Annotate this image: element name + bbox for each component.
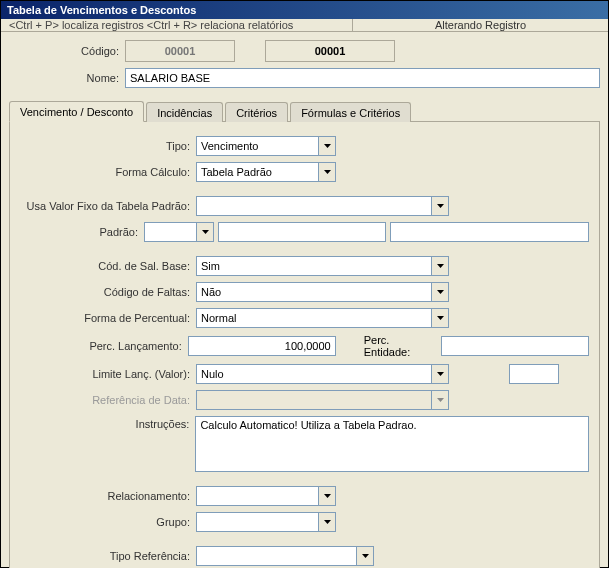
codigo-faltas-label: Código de Faltas:: [20, 286, 196, 298]
perc-lancamento-input[interactable]: [188, 336, 336, 356]
cod-sal-base-combo[interactable]: [196, 256, 449, 276]
perc-lancamento-label: Perc. Lançamento:: [20, 340, 188, 352]
usa-valor-fixo-combo[interactable]: [196, 196, 449, 216]
title-bar: Tabela de Vencimentos e Descontos: [1, 1, 608, 19]
codigo-row: Código: 00001 00001: [9, 40, 600, 62]
chevron-down-icon: [431, 391, 448, 409]
padrao-desc1-input[interactable]: [218, 222, 386, 242]
relacionamento-combo[interactable]: [196, 486, 336, 506]
padrao-label: Padrão:: [20, 226, 144, 238]
forma-percentual-label: Forma de Percentual:: [20, 312, 196, 324]
chevron-down-icon[interactable]: [431, 257, 448, 275]
body: Código: 00001 00001 Nome: Vencimento / D…: [1, 32, 608, 568]
tipo-ref-input[interactable]: [197, 547, 356, 565]
grupo-combo[interactable]: [196, 512, 336, 532]
instrucoes-label: Instruções:: [20, 416, 195, 472]
tab-criterios[interactable]: Critérios: [225, 102, 288, 122]
chevron-down-icon[interactable]: [431, 309, 448, 327]
perc-entidade-input[interactable]: [441, 336, 589, 356]
relacionamento-input[interactable]: [197, 487, 318, 505]
cod-sal-base-input[interactable]: [197, 257, 431, 275]
codigo-faltas-combo[interactable]: [196, 282, 449, 302]
chevron-down-icon[interactable]: [431, 365, 448, 383]
tipo-label: Tipo:: [20, 140, 196, 152]
tab-formulas-criterios[interactable]: Fórmulas e Critérios: [290, 102, 411, 122]
perc-entidade-label: Perc. Entidade:: [364, 334, 436, 358]
forma-percentual-input[interactable]: [197, 309, 431, 327]
nome-input[interactable]: [125, 68, 600, 88]
ref-data-input: [197, 391, 431, 409]
tipo-combo[interactable]: [196, 136, 336, 156]
hint-bar: <Ctrl + P> localiza registros <Ctrl + R>…: [1, 19, 608, 32]
chevron-down-icon[interactable]: [318, 487, 335, 505]
ref-data-combo: [196, 390, 449, 410]
codigo-label: Código:: [9, 45, 125, 57]
window: Tabela de Vencimentos e Descontos <Ctrl …: [0, 0, 609, 568]
tipo-ref-combo[interactable]: [196, 546, 374, 566]
tab-vencimento-desconto[interactable]: Vencimento / Desconto: [9, 101, 144, 122]
grupo-input[interactable]: [197, 513, 318, 531]
codigo-bold: 00001: [265, 40, 395, 62]
chevron-down-icon[interactable]: [318, 163, 335, 181]
ref-data-label: Referência de Data:: [20, 394, 196, 406]
instrucoes-textarea[interactable]: [195, 416, 589, 472]
limite-extra-input[interactable]: [509, 364, 559, 384]
codigo-faltas-input[interactable]: [197, 283, 431, 301]
tab-incidencias[interactable]: Incidências: [146, 102, 223, 122]
tab-panel: Tipo: Forma Cálculo: Usa Valor Fixo da T…: [9, 121, 600, 568]
usa-valor-fixo-input[interactable]: [197, 197, 431, 215]
chevron-down-icon[interactable]: [356, 547, 373, 565]
codigo-readonly: 00001: [125, 40, 235, 62]
grupo-label: Grupo:: [20, 516, 196, 528]
limite-lanc-label: Limite Lanç. (Valor):: [20, 368, 196, 380]
forma-calculo-label: Forma Cálculo:: [20, 166, 196, 178]
padrao-combo[interactable]: [144, 222, 214, 242]
forma-percentual-combo[interactable]: [196, 308, 449, 328]
window-title: Tabela de Vencimentos e Descontos: [7, 4, 196, 16]
usa-valor-fixo-label: Usa Valor Fixo da Tabela Padrão:: [20, 200, 196, 212]
chevron-down-icon[interactable]: [431, 283, 448, 301]
nome-label: Nome:: [9, 72, 125, 84]
limite-lanc-input[interactable]: [197, 365, 431, 383]
tipo-input[interactable]: [197, 137, 318, 155]
cod-sal-base-label: Cód. de Sal. Base:: [20, 260, 196, 272]
relacionamento-label: Relacionamento:: [20, 490, 196, 502]
chevron-down-icon[interactable]: [431, 197, 448, 215]
forma-calculo-input[interactable]: [197, 163, 318, 181]
status-message: Alterando Registro: [353, 19, 608, 31]
padrao-input[interactable]: [145, 223, 196, 241]
padrao-desc2-input[interactable]: [390, 222, 589, 242]
tipo-ref-label: Tipo Referência:: [20, 550, 196, 562]
chevron-down-icon[interactable]: [318, 137, 335, 155]
shortcut-hints: <Ctrl + P> localiza registros <Ctrl + R>…: [1, 19, 353, 31]
chevron-down-icon[interactable]: [196, 223, 213, 241]
forma-calculo-combo[interactable]: [196, 162, 336, 182]
limite-lanc-combo[interactable]: [196, 364, 449, 384]
tab-strip: Vencimento / Desconto Incidências Critér…: [9, 100, 600, 121]
nome-row: Nome:: [9, 68, 600, 88]
chevron-down-icon[interactable]: [318, 513, 335, 531]
